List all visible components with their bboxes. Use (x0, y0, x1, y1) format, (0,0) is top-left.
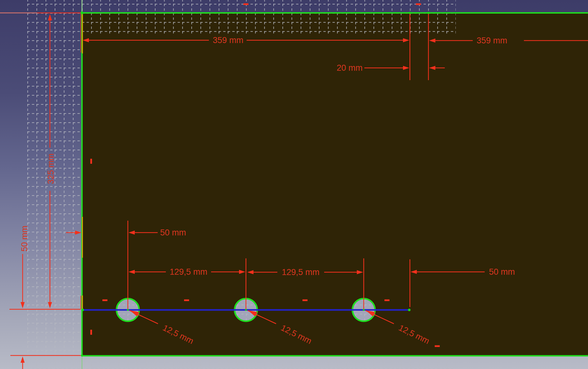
vertical-constraint-icon[interactable] (90, 159, 92, 164)
hole-center-point[interactable] (245, 309, 247, 311)
freecad-3d-viewport[interactable]: 359 mm 359 mm 20 mm 325 mm 50 mm 50 mm 1… (0, 0, 588, 369)
dim-label-right-offset[interactable]: 50 mm (489, 267, 515, 277)
hole-center-point[interactable] (363, 309, 365, 311)
dim-label-width-top-left[interactable]: 359 mm (213, 36, 243, 45)
dim-label-height-left[interactable]: 325 mm (46, 153, 56, 184)
horizontal-constraint-icon[interactable] (302, 300, 308, 301)
line-start-point[interactable] (81, 309, 84, 311)
hole-center-point[interactable] (127, 309, 129, 311)
edge-point[interactable] (427, 12, 430, 14)
vertical-constraint-icon[interactable] (90, 330, 92, 335)
line-end-point[interactable] (408, 309, 411, 311)
sketch-face[interactable] (82, 13, 588, 356)
sketch-viewport: 359 mm 359 mm 20 mm 325 mm 50 mm 50 mm 1… (0, 0, 588, 369)
dim-label-slot-width[interactable]: 20 mm (337, 63, 363, 73)
dim-label-first-hole-offset[interactable]: 50 mm (160, 228, 186, 237)
dim-label-hole-pitch-2[interactable]: 129,5 mm (282, 267, 319, 277)
edge-point[interactable] (409, 12, 411, 14)
dim-label-width-top-right[interactable]: 359 mm (476, 36, 507, 45)
horizontal-constraint-icon[interactable] (435, 345, 440, 347)
dim-label-hole-pitch-1[interactable]: 129,5 mm (170, 267, 207, 277)
horizontal-constraint-icon[interactable] (416, 3, 421, 5)
dim-label-bottom-offset[interactable]: 50 mm (20, 226, 29, 252)
corner-point[interactable] (81, 355, 83, 357)
origin-point[interactable] (81, 12, 84, 14)
horizontal-constraint-icon[interactable] (384, 300, 389, 301)
horizontal-constraint-icon[interactable] (184, 300, 189, 301)
horizontal-constraint-icon[interactable] (243, 3, 248, 5)
horizontal-constraint-icon[interactable] (102, 300, 107, 301)
